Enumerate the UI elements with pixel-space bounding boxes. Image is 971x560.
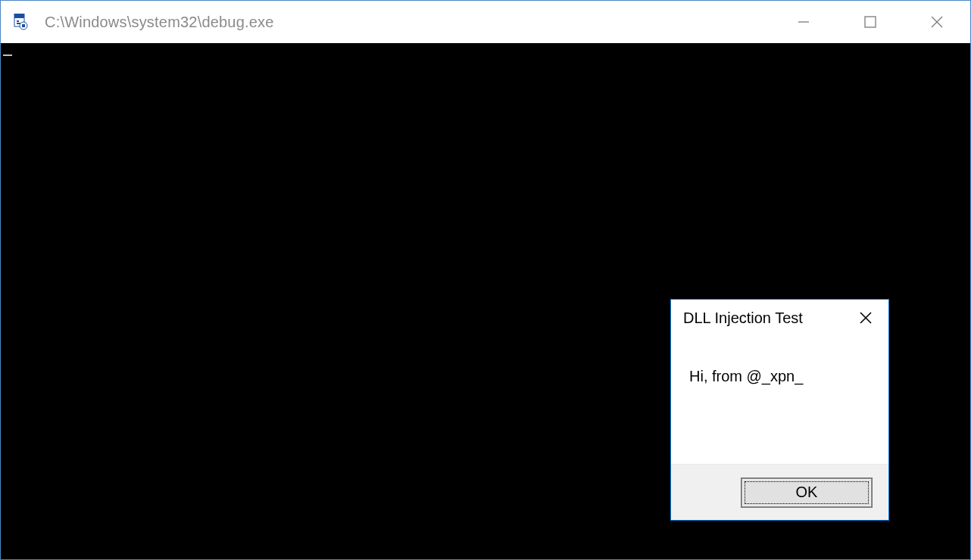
svg-rect-8 (865, 17, 876, 27)
close-button[interactable] (904, 1, 970, 43)
maximize-button[interactable] (837, 1, 904, 43)
dialog-titlebar[interactable]: DLL Injection Test (671, 300, 888, 336)
minimize-button[interactable] (770, 1, 837, 43)
window-controls (770, 1, 970, 43)
app-icon (11, 13, 30, 31)
dialog-close-button[interactable] (851, 303, 881, 333)
svg-rect-6 (22, 24, 25, 27)
dialog-message: Hi, from @_xpn_ (689, 368, 803, 384)
console-cursor (3, 54, 12, 56)
console-title: C:\Windows\system32\debug.exe (45, 14, 770, 31)
ok-button[interactable]: OK (742, 478, 872, 507)
dialog-buttonbar: OK (671, 464, 888, 520)
svg-rect-2 (14, 14, 24, 18)
dialog-content: Hi, from @_xpn_ (671, 336, 888, 464)
svg-rect-3 (17, 20, 19, 22)
messagebox-dialog: DLL Injection Test Hi, from @_xpn_ OK (670, 299, 889, 521)
console-titlebar[interactable]: C:\Windows\system32\debug.exe (1, 1, 970, 43)
dialog-title: DLL Injection Test (683, 310, 851, 327)
